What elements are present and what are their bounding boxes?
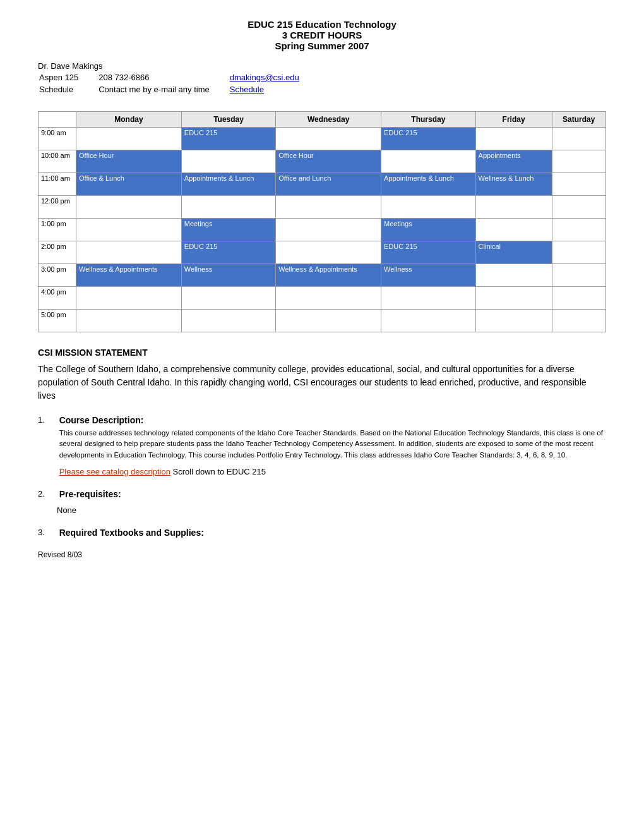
credit-hours: 3 CREDIT HOURS: [38, 30, 606, 40]
time-header: [39, 112, 76, 128]
fri-1200: [475, 196, 552, 219]
section-3-content: Required Textbooks and Supplies:: [59, 528, 605, 538]
revised-label: Revised 8/03: [38, 550, 606, 559]
sat-400: [552, 287, 605, 310]
wed-1200: [276, 196, 381, 219]
mon-300: Wellness & Appointments: [76, 264, 182, 287]
wed-100: [276, 219, 381, 241]
sat-300: [552, 264, 605, 287]
scroll-text: Scroll down to EDUC 215: [173, 467, 266, 476]
thu-400: [381, 287, 476, 310]
section-3-heading: Required Textbooks and Supplies:: [59, 528, 204, 538]
email-link[interactable]: dmakings@csi.edu: [230, 73, 299, 82]
instructor-info: Dr. Dave Makings Aspen 125 208 732-6866 …: [38, 61, 606, 96]
thu-900: EDUC 215: [381, 128, 476, 150]
section-1-number: 1.: [38, 415, 57, 425]
wednesday-header: Wednesday: [276, 112, 381, 128]
fri-300: [475, 264, 552, 287]
sat-1200: [552, 196, 605, 219]
tue-100: Meetings: [181, 219, 276, 241]
table-row: 4:00 pm: [39, 287, 606, 310]
catalog-link[interactable]: Please see catalog description: [59, 467, 170, 476]
fri-1000: Appointments: [475, 150, 552, 173]
schedule-label: Schedule: [39, 84, 97, 95]
fri-500: [475, 310, 552, 332]
thu-200: EDUC 215: [381, 241, 476, 264]
thu-100: Meetings: [381, 219, 476, 241]
sat-900: [552, 128, 605, 150]
wed-1100: Office and Lunch: [276, 173, 381, 196]
table-row: 9:00 am EDUC 215 EDUC 215: [39, 128, 606, 150]
section-1-heading: Course Description:: [59, 415, 144, 425]
wed-900: [276, 128, 381, 150]
fri-900: [475, 128, 552, 150]
sat-200: [552, 241, 605, 264]
instructor-details: Aspen 125 208 732-6866 dmakings@csi.edu …: [38, 71, 319, 96]
section-3-number: 3.: [38, 528, 57, 537]
sat-1100: [552, 173, 605, 196]
wed-200: [276, 241, 381, 264]
time-1100: 11:00 am: [39, 173, 76, 196]
fri-1100: Wellness & Lunch: [475, 173, 552, 196]
page-header: EDUC 215 Education Technology 3 CREDIT H…: [38, 19, 606, 51]
mon-1100: Office & Lunch: [76, 173, 182, 196]
mon-200: [76, 241, 182, 264]
sat-500: [552, 310, 605, 332]
thursday-header: Thursday: [381, 112, 476, 128]
time-1200: 12:00 pm: [39, 196, 76, 219]
saturday-header: Saturday: [552, 112, 605, 128]
schedule-link[interactable]: Schedule: [230, 85, 264, 94]
time-500: 5:00 pm: [39, 310, 76, 332]
tue-1200: [181, 196, 276, 219]
table-row: 10:00 am Office Hour Office Hour Appoint…: [39, 150, 606, 173]
thu-500: [381, 310, 476, 332]
section-1-content: Course Description: This course addresse…: [59, 415, 605, 476]
table-row: 11:00 am Office & Lunch Appointments & L…: [39, 173, 606, 196]
wed-300: Wellness & Appointments: [276, 264, 381, 287]
tue-200: EDUC 215: [181, 241, 276, 264]
phone: 208 732-6866: [98, 72, 229, 83]
thu-300: Wellness: [381, 264, 476, 287]
sat-1000: [552, 150, 605, 173]
schedule-container: Monday Tuesday Wednesday Thursday Friday…: [38, 111, 606, 332]
thu-1200: [381, 196, 476, 219]
wed-500: [276, 310, 381, 332]
contact-text: Contact me by e-mail any time: [98, 84, 229, 95]
section-1-body: This course addresses technology related…: [59, 428, 605, 461]
tue-500: [181, 310, 276, 332]
section-2-heading: Pre-requisites:: [59, 489, 121, 499]
prereq-none: None: [57, 505, 606, 515]
time-200: 2:00 pm: [39, 241, 76, 264]
tue-1000: [181, 150, 276, 173]
monday-header: Monday: [76, 112, 182, 128]
course-title: EDUC 215 Education Technology: [38, 19, 606, 30]
time-900: 9:00 am: [39, 128, 76, 150]
office: Aspen 125: [39, 72, 97, 83]
catalog-link-row: Please see catalog description Scroll do…: [59, 467, 605, 476]
mission-text: The College of Southern Idaho, a compreh…: [38, 363, 606, 402]
mon-500: [76, 310, 182, 332]
table-row: 3:00 pm Wellness & Appointments Wellness…: [39, 264, 606, 287]
mon-100: [76, 219, 182, 241]
mon-1200: [76, 196, 182, 219]
fri-400: [475, 287, 552, 310]
table-row: 2:00 pm EDUC 215 EDUC 215 Clinical: [39, 241, 606, 264]
sat-100: [552, 219, 605, 241]
tuesday-header: Tuesday: [181, 112, 276, 128]
friday-header: Friday: [475, 112, 552, 128]
fri-200: Clinical: [475, 241, 552, 264]
section-2: 2. Pre-requisites:: [38, 489, 606, 499]
wed-400: [276, 287, 381, 310]
section-2-content: Pre-requisites:: [59, 489, 605, 499]
time-100: 1:00 pm: [39, 219, 76, 241]
mission-title: CSI MISSION STATEMENT: [38, 348, 606, 358]
schedule-table: Monday Tuesday Wednesday Thursday Friday…: [38, 111, 606, 332]
tue-1100: Appointments & Lunch: [181, 173, 276, 196]
wed-1000: Office Hour: [276, 150, 381, 173]
fri-100: [475, 219, 552, 241]
table-row: 12:00 pm: [39, 196, 606, 219]
tue-400: [181, 287, 276, 310]
section-3: 3. Required Textbooks and Supplies:: [38, 528, 606, 538]
thu-1100: Appointments & Lunch: [381, 173, 476, 196]
time-1000: 10:00 am: [39, 150, 76, 173]
